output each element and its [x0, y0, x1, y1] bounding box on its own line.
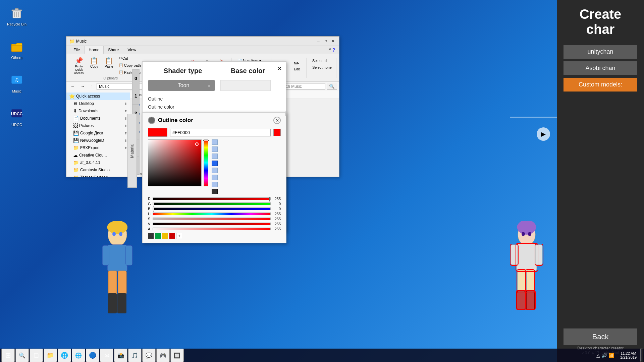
close-button[interactable]: ✕	[330, 38, 336, 45]
a-slider[interactable]	[153, 228, 271, 230]
sidebar-item-new-google[interactable]: 💾 NewGoogleD ⬆	[66, 137, 130, 144]
side-slider-7[interactable]	[212, 182, 218, 187]
desktop-icon-others[interactable]: Others	[3, 37, 30, 61]
sidebar-item-google-disk[interactable]: 💾 Google Диск ⬆	[66, 129, 130, 137]
tray-icon-2[interactable]: 🔊	[601, 353, 607, 358]
g-slider[interactable]	[153, 202, 271, 205]
color-picker-close-button[interactable]: ✕	[273, 117, 281, 124]
color-gradient-picker[interactable]	[148, 139, 202, 186]
back-button[interactable]: ←	[68, 83, 77, 90]
play-button[interactable]: ▶	[537, 127, 550, 141]
base-color-box[interactable]	[220, 80, 271, 91]
sidebar-item-quick-access[interactable]: ⭐ Quick access	[66, 93, 130, 100]
edit-button[interactable]: ✏ Edit	[290, 58, 304, 73]
maximize-button[interactable]: □	[322, 38, 329, 45]
recycle-bin-icon	[9, 5, 25, 21]
help-button[interactable]: ?	[332, 47, 335, 53]
hue-slider[interactable]	[204, 139, 208, 186]
chrome-taskbar-button[interactable]: 🔵	[86, 349, 99, 362]
back-button[interactable]: Back	[564, 328, 637, 345]
sidebar-item-creative-clou[interactable]: ☁ Creative Clou...	[66, 152, 130, 159]
svg-rect-24	[517, 244, 537, 271]
music-taskbar-button[interactable]: 🎵	[128, 349, 142, 362]
s-slider[interactable]	[153, 218, 271, 220]
h-slider[interactable]	[153, 213, 271, 215]
tab-file[interactable]: File	[69, 46, 84, 54]
desktop-icon-udcc[interactable]: UDCC UDCC	[3, 104, 30, 128]
tab-share[interactable]: Share	[104, 46, 123, 54]
discord-taskbar-button[interactable]: 💬	[142, 349, 156, 362]
asobi-chan-button[interactable]: Asobi chan	[564, 61, 637, 75]
pin-to-quick-access-button[interactable]: 📌 Pin to Quick access	[72, 55, 86, 76]
pin2-taskbar-button[interactable]: 📸	[114, 349, 127, 362]
taskbar-time[interactable]: 11:22 AM 1/21/2019	[618, 351, 639, 359]
tray-icon-1[interactable]: △	[596, 353, 600, 358]
steam-taskbar-button[interactable]: 🎮	[156, 349, 170, 362]
minimize-button[interactable]: ─	[315, 38, 322, 45]
svg-rect-28	[527, 270, 534, 292]
color-swatch-large[interactable]	[148, 128, 167, 137]
side-slider-1[interactable]	[212, 139, 218, 145]
shader-type-dropdown[interactable]: Toon ⬦	[148, 80, 215, 91]
sidebar-item-desktop[interactable]: 🖥 Desktop ⬆	[66, 100, 130, 107]
sidebar-item-documents[interactable]: 📄 Documents ⬆	[66, 115, 130, 122]
downloads-icon: ⬇	[73, 108, 77, 114]
v-slider[interactable]	[153, 223, 271, 225]
forward-button[interactable]: →	[78, 83, 87, 90]
cut-button[interactable]: ✂ Cut	[117, 55, 149, 61]
b-slider[interactable]	[153, 207, 271, 210]
unitychan-button[interactable]: unitychan	[564, 45, 637, 59]
sidebar-item-af0041[interactable]: 📁 af_0.0.4.11	[66, 159, 130, 166]
custom-models-button[interactable]: Custom models:	[564, 78, 637, 92]
sidebar-item-tactical[interactable]: 📁 TacticalCartoon	[66, 174, 130, 177]
side-slider-8-dark[interactable]	[212, 189, 218, 194]
sidebar-item-fbxexport[interactable]: 📁 FBXExport ⬆	[66, 144, 130, 152]
ie-taskbar-button[interactable]: 🌐	[72, 349, 85, 362]
sidebar-item-downloads[interactable]: ⬇ Downloads ⬆	[66, 107, 130, 115]
desktop-icon-recycle-bin[interactable]: Recycle Bin	[3, 3, 30, 27]
side-slider-6[interactable]	[212, 175, 218, 180]
paste-button[interactable]: 📋 Paste	[102, 55, 116, 70]
tab-view[interactable]: View	[123, 46, 141, 54]
search-taskbar-button[interactable]: 🔍	[15, 349, 29, 362]
color-swatch-small[interactable]	[273, 129, 281, 136]
search-button[interactable]: 🔍	[327, 83, 337, 90]
preset-green[interactable]	[155, 233, 161, 239]
sidebar-item-camtasia[interactable]: 📁 Camtasia Studio	[66, 166, 130, 174]
unity-taskbar-button[interactable]: 🔲	[170, 349, 184, 362]
edge-taskbar-button[interactable]: 🌐	[58, 349, 71, 362]
select-none-button[interactable]: Select none	[311, 64, 333, 70]
show-desktop-button[interactable]	[640, 349, 643, 362]
file-explorer-taskbar-button[interactable]: 📁	[44, 349, 57, 362]
mail-taskbar-button[interactable]: ✉	[100, 349, 113, 362]
tray-icon-3[interactable]: 📶	[608, 353, 614, 358]
ribbon-minimize-btn[interactable]: ^	[329, 47, 331, 53]
preset-red[interactable]	[169, 233, 175, 239]
side-slider-5[interactable]	[212, 168, 218, 173]
start-button[interactable]: ⊞	[1, 349, 15, 362]
preset-add-button[interactable]: +	[176, 233, 182, 239]
shader-circle-icon	[152, 83, 157, 88]
preset-dark[interactable]	[148, 233, 154, 239]
task-view-button[interactable]: ❑	[30, 349, 43, 362]
copy-button[interactable]: 📋 Copy	[88, 55, 101, 70]
up-button[interactable]: ↑	[89, 83, 95, 90]
preset-yellow[interactable]	[162, 233, 168, 239]
music-label: Music	[12, 89, 22, 93]
sidebar-item-pictures[interactable]: 🖼 Pictures ⬆	[66, 122, 130, 129]
copy-label: Copy	[90, 65, 98, 68]
color-picker-circle-icon	[148, 117, 155, 124]
ribbon-tabs: File Home Share View ^ ?	[66, 46, 339, 54]
r-slider[interactable]	[153, 197, 271, 200]
tab-home[interactable]: Home	[84, 46, 104, 54]
select-all-button[interactable]: Select all	[311, 58, 333, 64]
hex-input[interactable]	[170, 129, 271, 136]
shader-close-button[interactable]: ✕	[275, 64, 283, 72]
desktop-icon-music[interactable]: ♫ Music	[3, 70, 30, 95]
create-char-panel: Create char unitychan Asobi chan Custom …	[557, 0, 644, 362]
window-title: Music	[76, 39, 87, 44]
side-slider-3[interactable]	[212, 154, 218, 159]
side-slider-2[interactable]	[212, 146, 218, 152]
side-slider-4-active[interactable]	[212, 161, 218, 166]
color-picker-header: Outline color ✕	[148, 117, 281, 124]
